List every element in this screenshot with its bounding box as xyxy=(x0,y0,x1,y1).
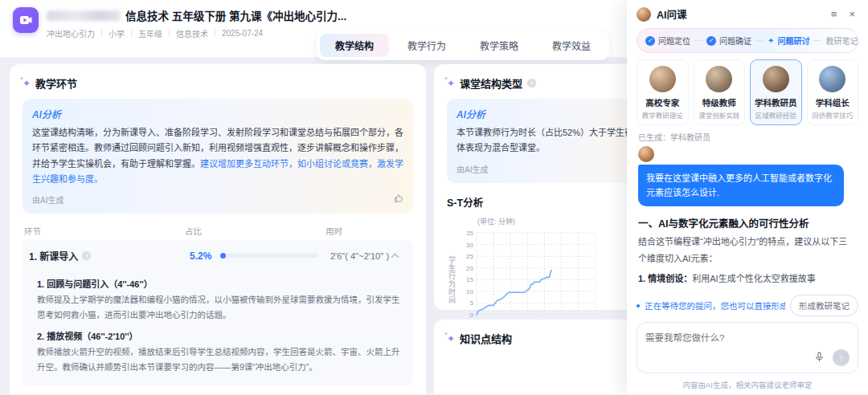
detail-title: 2. 播放视频（46''-2'10''） xyxy=(37,329,407,342)
create-note-button[interactable]: 形成教研笔记 xyxy=(790,295,858,316)
detail-text: 教师播放火箭升空的视频，播放结束后引导学生总结视频内容，学生回答是火箭、宇宙、火… xyxy=(37,344,407,375)
page-title: 信息技术 五年级下册 第九课《冲出地心引力... xyxy=(125,7,346,23)
analysis-tabs: 教学结构教学行为教学策略教学效益 xyxy=(317,31,609,60)
brand: 信息技术 五年级下册 第九课《冲出地心引力... 冲出地心引力小学五年级信息技术… xyxy=(13,7,346,39)
segments-ai-text: 这堂课结构清晰，分为新课导入、准备阶段学习、发射阶段学习和课堂总结与拓展四个部分… xyxy=(32,125,403,187)
assistant-avatar xyxy=(637,7,651,22)
lesson-tags: 冲出地心引力小学五年级信息技术2025-07-24 xyxy=(47,27,346,39)
structure-ai-line2: 体表现为混合型课堂。 xyxy=(457,140,653,156)
sparkle-icon: ✦ xyxy=(447,79,455,88)
app-logo-icon[interactable] xyxy=(13,7,39,33)
tag-divider xyxy=(101,30,102,37)
tab-教学结构[interactable]: 教学结构 xyxy=(320,34,389,57)
teaching-segments-card: ✦ 教学环节 AI分析 这堂课结构清晰，分为新课导入、准备阶段学习、发射阶段学习… xyxy=(10,64,426,395)
svg-text:15: 15 xyxy=(466,276,473,283)
st-line-chart: 0510152025303505101520253035 xyxy=(459,226,602,334)
chat-messages: 我要在这堂课中融入更多的人工智能或者数字化元素应该怎么设计. 一、AI与数字化元… xyxy=(638,146,857,290)
check-icon: ✓ xyxy=(645,36,655,46)
answer-paragraph: 结合这节编程课“冲出地心引力”的特点，建议从以下三个维度切入AI元素： xyxy=(638,234,850,267)
generated-by-label: 由AI生成 xyxy=(457,163,488,175)
step-教研笔记: 教研笔记 xyxy=(825,35,858,47)
lesson-tag: 五年级 xyxy=(138,27,162,39)
segments-table: 1. 新课导入i 5.2% 2'6"( 4''~2'10'' ) 1. 回顾与问… xyxy=(23,240,413,395)
tag-divider xyxy=(169,30,170,37)
svg-text:30: 30 xyxy=(466,241,473,248)
ai-answer: 一、AI与数字化元素融入的可行性分析 结合这节编程课“冲出地心引力”的特点，建议… xyxy=(638,215,857,290)
lesson-tag: 小学 xyxy=(108,27,125,39)
step-connector xyxy=(813,40,821,41)
expert-subtitle: 同侪教学技巧 xyxy=(809,110,857,120)
info-icon[interactable]: i xyxy=(527,79,536,88)
ai-analysis-label: AI分析 xyxy=(457,107,653,120)
answer-item: 1. 情境创设：利用AI生成个性化太空救援故事 xyxy=(638,272,850,287)
structure-title-text: 课堂结构类型 xyxy=(460,75,522,91)
expert-selector: 高校专家 教学教研理论 特级教师 课堂创新实践 学科教研员 区域教研经验 学科组… xyxy=(637,59,858,125)
expert-subtitle: 区域教研经验 xyxy=(752,110,800,120)
expert-subtitle: 课堂创新实践 xyxy=(696,110,743,120)
generated-by-label: 由AI生成 xyxy=(32,193,63,206)
tab-教学策略[interactable]: 教学策略 xyxy=(465,34,534,57)
segment-row-header[interactable]: 1. 新课导入i 5.2% 2'6"( 4''~2'10'' ) xyxy=(23,240,413,266)
step-connector xyxy=(694,40,702,41)
knowledge-title-text: 知识点结构 xyxy=(460,331,512,346)
tab-教学行为[interactable]: 教学行为 xyxy=(392,34,461,57)
lesson-tag: 信息技术 xyxy=(176,27,208,39)
detail-title: 1. 回顾与问题引入（4''-46''） xyxy=(37,277,407,290)
expert-avatar xyxy=(819,66,845,92)
segment-time: 2'6"( 4''~2'10'' ) xyxy=(330,251,392,261)
expert-card-学科组长[interactable]: 学科组长 同侪教学技巧 xyxy=(807,59,859,125)
generated-status-line: 已生成：学科教研员 xyxy=(638,131,857,143)
chat-input-box[interactable]: ↑ xyxy=(637,322,858,373)
svg-text:0: 0 xyxy=(470,312,474,319)
answer-items: 1. 情境创设：利用AI生成个性化太空救援故事2. 编程辅助：引入AI代码助手优… xyxy=(638,272,850,290)
send-button[interactable]: ↑ xyxy=(833,349,850,366)
redacted-school-name xyxy=(47,10,121,21)
user-avatar xyxy=(638,146,654,162)
svg-text:25: 25 xyxy=(466,253,473,260)
segments-title-text: 教学环节 xyxy=(35,75,77,91)
page: 信息技术 五年级下册 第九课《冲出地心引力... 冲出地心引力小学五年级信息技术… xyxy=(0,0,868,395)
check-icon: ✓ xyxy=(706,36,716,46)
chat-header: AI问课 ≡ × xyxy=(627,0,868,26)
sparkle-icon: ✦ xyxy=(447,334,455,344)
step-问题确证: ✓问题确证 xyxy=(706,35,751,47)
chat-input[interactable] xyxy=(645,333,829,343)
chart-y-axis-label: 学生行为时间 xyxy=(447,256,457,304)
expert-card-特级教师[interactable]: 特级教师 课堂创新实践 xyxy=(694,59,746,125)
segments-ai-analysis-box: AI分析 这堂课结构清晰，分为新课导入、准备阶段学习、发射阶段学习和课堂总结与拓… xyxy=(23,99,413,214)
structure-ai-line1: 本节课教师行为时长（占比52%）大于学生行为时长（ xyxy=(457,125,653,140)
workflow-stepper: ✓问题定位✓问题确证✦问题研讨教研笔记 xyxy=(637,28,858,53)
microphone-icon[interactable] xyxy=(814,352,825,364)
segment-row: 2. 准备阶段学习i 42.8% 17'21"( 2'10''~19'31'' … xyxy=(23,385,413,395)
close-icon[interactable]: × xyxy=(845,6,858,22)
status-dot-icon xyxy=(637,304,640,307)
video-camera-icon xyxy=(18,13,33,27)
detail-text: 教师提及上学期学的魔法器和编程小猫的情况，以小猫被传输到外星球需要救援为情境，引… xyxy=(37,292,407,323)
status-row: 正在等待您的提问，您也可以直接形成教研笔记... 形成教研笔记 xyxy=(637,295,858,316)
segment-details: 1. 回顾与问题引入（4''-46''）教师提及上学期学的魔法器和编程小猫的情况… xyxy=(23,266,413,385)
expert-card-学科教研员[interactable]: 学科教研员 区域教研经验 xyxy=(750,59,802,125)
ai-chat-panel: AI问课 ≡ × ✓问题定位✓问题确证✦问题研讨教研笔记 高校专家 教学教研理论… xyxy=(627,0,868,395)
info-icon[interactable]: i xyxy=(82,251,91,260)
svg-text:20: 20 xyxy=(466,264,473,271)
expert-avatar xyxy=(706,66,732,92)
expert-name: 学科组长 xyxy=(809,96,857,108)
expert-name: 学科教研员 xyxy=(752,96,800,108)
lesson-tag: 2025-07-24 xyxy=(222,29,263,38)
expert-card-高校专家[interactable]: 高校专家 教学教研理论 xyxy=(637,59,689,125)
chevron-icon[interactable] xyxy=(391,254,399,262)
segment-row: 1. 新课导入i 5.2% 2'6"( 4''~2'10'' ) 1. 回顾与问… xyxy=(23,240,413,385)
tab-教学效益[interactable]: 教学效益 xyxy=(537,34,606,57)
thumbs-up-icon[interactable] xyxy=(394,193,403,206)
expert-avatar xyxy=(763,66,789,92)
user-message-bubble: 我要在这堂课中融入更多的人工智能或者数字化元素应该怎么设计. xyxy=(638,165,844,206)
expert-avatar xyxy=(649,66,676,92)
step-问题研讨: ✦问题研讨 xyxy=(768,35,809,47)
segments-card-title: ✦ 教学环节 xyxy=(23,75,413,91)
svg-text:35: 35 xyxy=(466,230,473,237)
answer-heading-1: 一、AI与数字化元素融入的可行性分析 xyxy=(638,215,850,230)
menu-icon[interactable]: ≡ xyxy=(828,6,841,22)
segment-row-header[interactable]: 2. 准备阶段学习i 42.8% 17'21"( 2'10''~19'31'' … xyxy=(23,385,413,395)
waiting-status-text: 正在等待您的提问，您也可以直接形成教研笔记... xyxy=(645,299,785,312)
lesson-tag: 冲出地心引力 xyxy=(47,27,95,39)
